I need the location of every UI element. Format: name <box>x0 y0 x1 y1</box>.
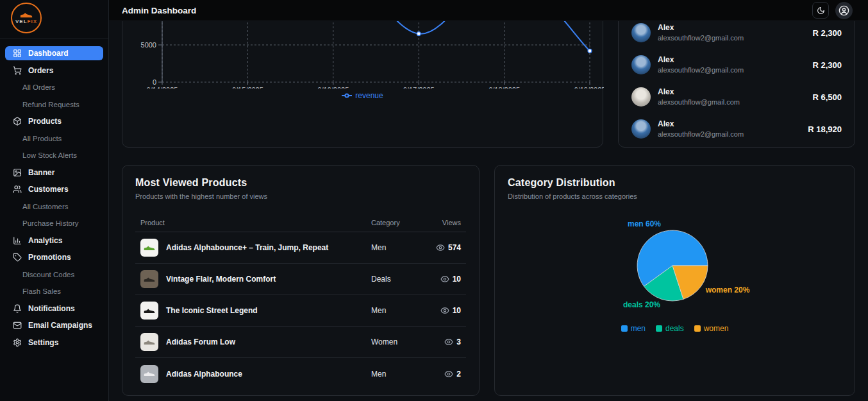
sidebar-item-products[interactable]: Products <box>5 114 103 128</box>
legend-swatch <box>694 325 701 332</box>
tag-icon <box>13 253 22 262</box>
product-category: Women <box>371 337 424 346</box>
pie-legend-item-deals[interactable]: deals <box>656 324 684 333</box>
users-icon <box>13 185 22 194</box>
chart-icon <box>13 236 22 245</box>
header-actions <box>812 2 853 19</box>
customer-email: alexsouthflow2@gmail.com <box>658 130 744 139</box>
sidebar-item-all-customers[interactable]: All Customers <box>5 200 103 214</box>
pie-label-men: men 60% <box>628 219 661 228</box>
sidebar-item-label: Settings <box>28 338 58 347</box>
product-thumbnail <box>140 302 158 320</box>
svg-text:6/17/2025: 6/17/2025 <box>403 86 435 89</box>
customer-avatar <box>631 23 651 42</box>
customer-row[interactable]: Alexalexsouthflow2@gmail.comR 2,300 <box>631 21 842 49</box>
bell-icon <box>13 304 22 313</box>
most-viewed-products-card: Most Viewed Products Products with the h… <box>122 165 480 396</box>
sidebar-item-refund-requests[interactable]: Refund Requests <box>5 98 103 112</box>
product-name: Adidas Alphabounce+ – Train, Jump, Repea… <box>166 243 328 252</box>
product-thumbnail <box>140 239 158 257</box>
sidebar-item-purchase-history[interactable]: Purchase History <box>5 216 103 230</box>
dashboard-icon <box>13 49 22 58</box>
product-views-count: 10 <box>453 275 461 284</box>
sidebar-item-low-stock-alerts[interactable]: Low Stock Alerts <box>5 148 103 162</box>
customer-amount: R 2,300 <box>812 28 842 38</box>
sidebar-item-label: Purchase History <box>22 219 79 227</box>
sidebar-item-banner[interactable]: Banner <box>5 166 103 180</box>
legend-label: women <box>704 324 729 333</box>
gear-icon <box>13 338 22 347</box>
eye-icon <box>444 370 453 379</box>
svg-text:6/15/2025: 6/15/2025 <box>232 86 263 89</box>
products-table: Product Category Views Adidas Alphabounc… <box>135 213 466 389</box>
customer-row[interactable]: Alexalexsouthflow2@gmail.comR 2,300 <box>631 49 842 81</box>
sidebar-item-discount-codes[interactable]: Discount Codes <box>5 268 103 282</box>
svg-text:0: 0 <box>153 78 156 86</box>
sidebar-item-notifications[interactable]: Notifications <box>5 302 103 316</box>
mail-icon <box>13 321 22 330</box>
product-category: Men <box>371 370 424 379</box>
product-row[interactable]: Adidas Forum LowWomen3 <box>135 327 466 358</box>
revenue-legend-item[interactable]: revenue <box>122 91 603 100</box>
eye-icon <box>440 275 449 284</box>
svg-text:6/18/2025: 6/18/2025 <box>488 86 520 89</box>
sidebar-item-label: Low Stock Alerts <box>22 151 77 159</box>
card-subtitle: Products with the highest number of view… <box>135 192 466 200</box>
product-thumbnail <box>140 270 158 288</box>
sidebar-item-settings[interactable]: Settings <box>5 336 103 350</box>
product-row[interactable]: Adidas AlphabounceMen2 <box>135 358 466 389</box>
revenue-chart-card: 050006/14/20256/15/20256/16/20256/17/202… <box>122 21 603 148</box>
legend-swatch <box>656 325 662 332</box>
customer-list: Alexalexsouthflow2@gmail.comR 2,300Alexa… <box>631 21 842 145</box>
product-category: Deals <box>371 275 424 284</box>
pie-legend-item-women[interactable]: women <box>694 324 729 333</box>
line-legend-icon <box>342 92 352 99</box>
sidebar-item-email-campaigns[interactable]: Email Campaigns <box>5 318 103 332</box>
dashboard-row-2: Most Viewed Products Products with the h… <box>122 165 855 396</box>
user-profile-button[interactable] <box>835 2 853 19</box>
products-table-body: Adidas Alphabounce+ – Train, Jump, Repea… <box>135 232 466 389</box>
customer-row[interactable]: Alexalexsouthflow@gmail.comR 6,500 <box>631 81 842 113</box>
product-name: Adidas Alphabounce <box>166 370 242 379</box>
sidebar-item-promotions[interactable]: Promotions <box>5 250 103 264</box>
column-header-views: Views <box>424 219 461 226</box>
sidebar-item-dashboard[interactable]: Dashboard <box>5 46 103 60</box>
customer-row[interactable]: Alexalexsouthflow2@gmail.comR 18,920 <box>631 113 842 145</box>
pie-label-deals: deals 20% <box>623 300 660 309</box>
pie-legend: mendealswomen <box>495 324 855 333</box>
top-customers-card: Alexalexsouthflow2@gmail.comR 2,300Alexa… <box>618 21 855 148</box>
sidebar-item-analytics[interactable]: Analytics <box>5 234 103 248</box>
column-header-product: Product <box>140 219 371 226</box>
user-circle-icon <box>839 5 849 16</box>
revenue-legend-label: revenue <box>355 91 383 100</box>
sidebar-item-customers[interactable]: Customers <box>5 182 103 196</box>
customer-avatar <box>631 55 651 74</box>
customer-amount: R 6,500 <box>812 92 842 102</box>
sidebar-item-all-orders[interactable]: All Orders <box>5 80 103 94</box>
product-name: Vintage Flair, Modern Comfort <box>166 275 276 284</box>
image-icon <box>13 168 22 177</box>
product-row[interactable]: Vintage Flair, Modern ComfortDeals10 <box>135 264 466 295</box>
dark-mode-toggle[interactable] <box>812 2 829 19</box>
eye-icon <box>440 306 449 315</box>
sidebar-item-all-products[interactable]: All Products <box>5 132 103 146</box>
customer-avatar <box>631 119 651 139</box>
sidebar-item-label: Email Campaigns <box>28 321 92 330</box>
brand-name: VELFIX <box>15 19 37 24</box>
customer-amount: R 2,300 <box>812 60 842 70</box>
sidebar-item-orders[interactable]: Orders <box>5 64 103 78</box>
sidebar-item-label: Dashboard <box>28 49 69 58</box>
sidebar-item-label: All Orders <box>22 83 55 91</box>
sidebar-item-flash-sales[interactable]: Flash Sales <box>5 284 103 298</box>
legend-label: men <box>631 324 646 333</box>
card-title: Most Viewed Products <box>135 177 466 189</box>
dashboard-row-1: 050006/14/20256/15/20256/16/20256/17/202… <box>122 21 855 148</box>
sidebar-item-label: All Customers <box>22 203 69 210</box>
product-row[interactable]: The Iconic Street LegendMen10 <box>135 295 466 327</box>
customer-email: alexsouthflow2@gmail.com <box>658 65 744 74</box>
product-views-count: 2 <box>456 370 461 379</box>
svg-text:6/14/2025: 6/14/2025 <box>147 86 178 89</box>
product-row[interactable]: Adidas Alphabounce+ – Train, Jump, Repea… <box>135 232 466 264</box>
pie-legend-item-men[interactable]: men <box>621 324 646 333</box>
revenue-line-chart: 050006/14/20256/15/20256/16/20256/17/202… <box>122 21 604 89</box>
